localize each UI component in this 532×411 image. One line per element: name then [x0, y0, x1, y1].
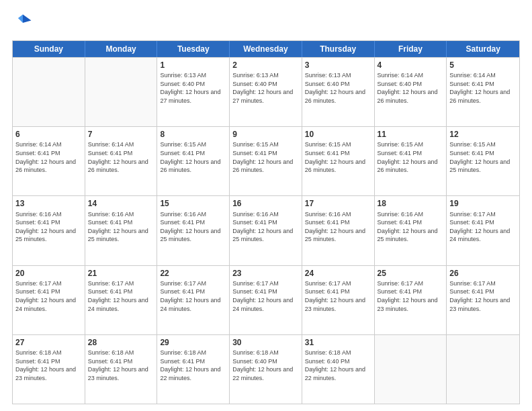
day-number: 1 [160, 60, 226, 71]
calendar-day-2: 2Sunrise: 6:13 AM Sunset: 6:40 PM Daylig… [230, 58, 302, 126]
day-number: 5 [449, 60, 517, 71]
day-number: 12 [449, 129, 517, 140]
day-number: 25 [378, 268, 444, 279]
day-info: Sunrise: 6:18 AM Sunset: 6:41 PM Dayligh… [15, 349, 82, 382]
header-day-friday: Friday [375, 41, 447, 57]
calendar-day-11: 11Sunrise: 6:15 AM Sunset: 6:41 PM Dayli… [375, 127, 447, 195]
calendar-day-4: 4Sunrise: 6:14 AM Sunset: 6:40 PM Daylig… [375, 58, 447, 126]
day-number: 30 [232, 337, 299, 348]
day-number: 18 [378, 198, 444, 209]
day-info: Sunrise: 6:16 AM Sunset: 6:41 PM Dayligh… [160, 210, 226, 244]
calendar-day-26: 26Sunrise: 6:17 AM Sunset: 6:41 PM Dayli… [447, 266, 519, 334]
calendar-day-10: 10Sunrise: 6:15 AM Sunset: 6:41 PM Dayli… [302, 127, 375, 195]
calendar-day-17: 17Sunrise: 6:16 AM Sunset: 6:41 PM Dayli… [302, 196, 375, 265]
header-day-wednesday: Wednesday [230, 41, 302, 57]
day-info: Sunrise: 6:17 AM Sunset: 6:41 PM Dayligh… [15, 279, 82, 313]
calendar-day-1: 1Sunrise: 6:13 AM Sunset: 6:40 PM Daylig… [157, 58, 230, 126]
day-info: Sunrise: 6:14 AM Sunset: 6:41 PM Dayligh… [15, 140, 82, 174]
calendar-day-15: 15Sunrise: 6:16 AM Sunset: 6:41 PM Dayli… [157, 196, 230, 265]
calendar-day-14: 14Sunrise: 6:16 AM Sunset: 6:41 PM Dayli… [85, 196, 158, 265]
svg-marker-0 [23, 15, 31, 23]
day-number: 2 [232, 60, 299, 71]
day-info: Sunrise: 6:16 AM Sunset: 6:41 PM Dayligh… [88, 210, 154, 244]
day-number: 9 [232, 129, 299, 140]
day-info: Sunrise: 6:17 AM Sunset: 6:41 PM Dayligh… [449, 210, 517, 244]
day-number: 27 [15, 337, 82, 348]
day-number: 21 [88, 268, 154, 279]
day-number: 6 [15, 129, 82, 140]
day-info: Sunrise: 6:13 AM Sunset: 6:40 PM Dayligh… [305, 71, 371, 105]
day-number: 24 [305, 268, 371, 279]
calendar: SundayMondayTuesdayWednesdayThursdayFrid… [12, 40, 520, 404]
day-number: 29 [160, 337, 226, 348]
calendar-week-5: 27Sunrise: 6:18 AM Sunset: 6:41 PM Dayli… [13, 334, 519, 404]
day-number: 19 [449, 198, 517, 209]
day-info: Sunrise: 6:16 AM Sunset: 6:41 PM Dayligh… [15, 210, 82, 244]
day-number: 7 [88, 129, 154, 140]
day-info: Sunrise: 6:13 AM Sunset: 6:40 PM Dayligh… [232, 71, 299, 105]
calendar-week-3: 13Sunrise: 6:16 AM Sunset: 6:41 PM Dayli… [13, 195, 519, 265]
calendar-day-6: 6Sunrise: 6:14 AM Sunset: 6:41 PM Daylig… [13, 127, 85, 195]
calendar-week-2: 6Sunrise: 6:14 AM Sunset: 6:41 PM Daylig… [13, 126, 519, 195]
day-info: Sunrise: 6:18 AM Sunset: 6:40 PM Dayligh… [232, 349, 299, 382]
calendar-day-20: 20Sunrise: 6:17 AM Sunset: 6:41 PM Dayli… [13, 266, 85, 334]
calendar-day-18: 18Sunrise: 6:16 AM Sunset: 6:41 PM Dayli… [375, 196, 447, 265]
day-info: Sunrise: 6:14 AM Sunset: 6:41 PM Dayligh… [88, 140, 154, 174]
calendar-day-13: 13Sunrise: 6:16 AM Sunset: 6:41 PM Dayli… [13, 196, 85, 265]
calendar-day-31: 31Sunrise: 6:18 AM Sunset: 6:40 PM Dayli… [302, 335, 375, 404]
day-number: 17 [305, 198, 371, 209]
calendar-day-16: 16Sunrise: 6:16 AM Sunset: 6:41 PM Dayli… [230, 196, 302, 265]
day-number: 3 [305, 60, 371, 71]
header-day-thursday: Thursday [302, 41, 375, 57]
calendar-day-21: 21Sunrise: 6:17 AM Sunset: 6:41 PM Dayli… [85, 266, 158, 334]
day-info: Sunrise: 6:15 AM Sunset: 6:41 PM Dayligh… [449, 140, 517, 174]
calendar-header: SundayMondayTuesdayWednesdayThursdayFrid… [13, 41, 519, 57]
day-number: 26 [449, 268, 517, 279]
day-info: Sunrise: 6:18 AM Sunset: 6:40 PM Dayligh… [305, 349, 371, 382]
calendar-day-30: 30Sunrise: 6:18 AM Sunset: 6:40 PM Dayli… [230, 335, 302, 404]
day-info: Sunrise: 6:15 AM Sunset: 6:41 PM Dayligh… [378, 140, 444, 174]
day-number: 15 [160, 198, 226, 209]
calendar-week-1: 1Sunrise: 6:13 AM Sunset: 6:40 PM Daylig… [13, 57, 519, 126]
page: SundayMondayTuesdayWednesdayThursdayFrid… [0, 0, 532, 411]
calendar-day-empty [447, 335, 519, 404]
day-info: Sunrise: 6:15 AM Sunset: 6:41 PM Dayligh… [160, 140, 226, 174]
calendar-day-empty [85, 58, 158, 126]
day-info: Sunrise: 6:14 AM Sunset: 6:41 PM Dayligh… [449, 71, 517, 105]
calendar-day-19: 19Sunrise: 6:17 AM Sunset: 6:41 PM Dayli… [447, 196, 519, 265]
calendar-week-4: 20Sunrise: 6:17 AM Sunset: 6:41 PM Dayli… [13, 265, 519, 334]
header-day-saturday: Saturday [447, 41, 519, 57]
day-number: 10 [305, 129, 371, 140]
logo [12, 12, 36, 34]
calendar-day-8: 8Sunrise: 6:15 AM Sunset: 6:41 PM Daylig… [157, 127, 230, 195]
day-number: 14 [88, 198, 154, 209]
day-number: 4 [378, 60, 444, 71]
header [12, 12, 520, 34]
calendar-day-27: 27Sunrise: 6:18 AM Sunset: 6:41 PM Dayli… [13, 335, 85, 404]
calendar-day-23: 23Sunrise: 6:17 AM Sunset: 6:41 PM Dayli… [230, 266, 302, 334]
calendar-day-7: 7Sunrise: 6:14 AM Sunset: 6:41 PM Daylig… [85, 127, 158, 195]
calendar-day-22: 22Sunrise: 6:17 AM Sunset: 6:41 PM Dayli… [157, 266, 230, 334]
logo-icon [12, 12, 34, 34]
day-info: Sunrise: 6:16 AM Sunset: 6:41 PM Dayligh… [305, 210, 371, 244]
day-number: 22 [160, 268, 226, 279]
day-number: 31 [305, 337, 371, 348]
day-number: 11 [378, 129, 444, 140]
header-day-tuesday: Tuesday [157, 41, 230, 57]
calendar-day-9: 9Sunrise: 6:15 AM Sunset: 6:41 PM Daylig… [230, 127, 302, 195]
calendar-day-empty [13, 58, 85, 126]
calendar-day-3: 3Sunrise: 6:13 AM Sunset: 6:40 PM Daylig… [302, 58, 375, 126]
day-info: Sunrise: 6:17 AM Sunset: 6:41 PM Dayligh… [160, 279, 226, 313]
calendar-day-25: 25Sunrise: 6:17 AM Sunset: 6:41 PM Dayli… [375, 266, 447, 334]
day-number: 20 [15, 268, 82, 279]
calendar-day-12: 12Sunrise: 6:15 AM Sunset: 6:41 PM Dayli… [447, 127, 519, 195]
day-number: 13 [15, 198, 82, 209]
day-info: Sunrise: 6:13 AM Sunset: 6:40 PM Dayligh… [160, 71, 226, 105]
header-day-sunday: Sunday [13, 41, 85, 57]
header-day-monday: Monday [85, 41, 158, 57]
calendar-day-5: 5Sunrise: 6:14 AM Sunset: 6:41 PM Daylig… [447, 58, 519, 126]
day-info: Sunrise: 6:15 AM Sunset: 6:41 PM Dayligh… [305, 140, 371, 174]
svg-marker-1 [18, 15, 23, 23]
day-info: Sunrise: 6:17 AM Sunset: 6:41 PM Dayligh… [449, 279, 517, 313]
day-info: Sunrise: 6:16 AM Sunset: 6:41 PM Dayligh… [232, 210, 299, 244]
